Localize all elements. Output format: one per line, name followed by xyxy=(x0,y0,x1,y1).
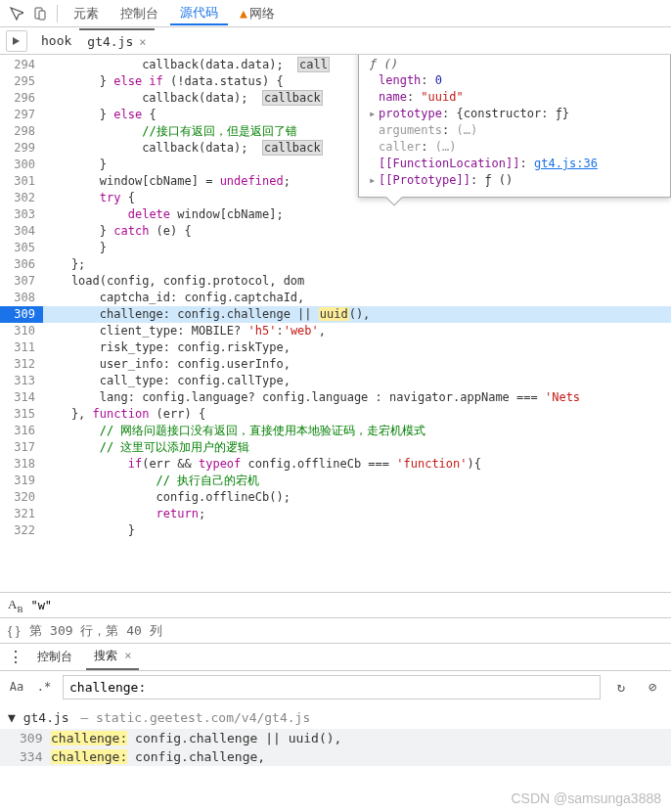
tooltip-row[interactable]: [[FunctionLocation]]: gt4.js:36 xyxy=(369,156,660,172)
line-number[interactable]: 322 xyxy=(0,522,43,539)
line-number[interactable]: 307 xyxy=(0,273,43,290)
clear-icon[interactable]: ⊘ xyxy=(642,679,663,695)
line-number[interactable]: 310 xyxy=(0,323,43,339)
quick-eval-row: AB xyxy=(0,593,671,618)
close-icon[interactable]: × xyxy=(124,649,131,662)
code-line[interactable]: user_info: config.userInfo, xyxy=(43,356,671,373)
tooltip-row[interactable]: ▸prototype: {constructor: ƒ} xyxy=(369,106,660,122)
search-input[interactable] xyxy=(63,675,601,699)
code-line[interactable]: client_type: MOBILE? 'h5':'web', xyxy=(43,323,671,339)
line-number[interactable]: 299 xyxy=(0,140,43,157)
line-number[interactable]: 319 xyxy=(0,473,43,489)
braces-icon[interactable]: { } xyxy=(8,623,20,638)
drawer-tab-console[interactable]: 控制台 xyxy=(29,645,80,669)
tab-sources[interactable]: 源代码 xyxy=(170,2,228,25)
drawer-menu-icon[interactable]: ⋮ xyxy=(8,648,23,666)
tooltip-row[interactable]: length: 0 xyxy=(369,72,660,89)
eval-input[interactable] xyxy=(30,599,663,612)
watermark: CSDN @samsunga3888 xyxy=(511,790,661,806)
line-number[interactable]: 317 xyxy=(0,439,43,456)
line-number[interactable]: 297 xyxy=(0,107,43,123)
code-line[interactable]: } catch (e) { xyxy=(43,223,671,240)
regex-icon[interactable]: .* xyxy=(35,680,53,694)
line-number[interactable]: 306 xyxy=(0,256,43,273)
line-number[interactable]: 316 xyxy=(0,423,43,439)
tooltip-header: ƒ () xyxy=(369,56,660,72)
breadcrumb[interactable]: hook xyxy=(33,29,79,52)
line-number[interactable]: 318 xyxy=(0,456,43,473)
code-line[interactable]: return; xyxy=(43,506,671,522)
resume-icon[interactable] xyxy=(6,30,27,52)
line-number[interactable]: 301 xyxy=(0,173,43,190)
code-line[interactable]: }; xyxy=(43,256,671,273)
line-number[interactable]: 313 xyxy=(0,373,43,389)
line-number[interactable]: 308 xyxy=(0,290,43,306)
device-icon[interactable] xyxy=(29,3,51,24)
value-tooltip[interactable]: ƒ () length: 0name: "uuid"▸prototype: {c… xyxy=(358,55,671,198)
line-number[interactable]: 305 xyxy=(0,240,43,256)
code-line[interactable]: risk_type: config.riskType, xyxy=(43,339,671,356)
line-number[interactable]: 312 xyxy=(0,356,43,373)
code-line[interactable]: } xyxy=(43,240,671,256)
match-case-icon[interactable]: Aa xyxy=(8,680,25,694)
search-result-line[interactable]: 309challenge: config.challenge || uuid()… xyxy=(0,729,671,747)
line-number[interactable]: 300 xyxy=(0,157,43,173)
line-number[interactable]: 311 xyxy=(0,339,43,356)
code-line[interactable]: } xyxy=(43,522,671,539)
code-line[interactable]: }, function (err) { xyxy=(43,406,671,423)
cursor-info-row: { } 第 309 行，第 40 列 xyxy=(0,618,671,644)
search-drawer: ⋮ 控制台 搜索 × Aa .* ↻ ⊘ ▼ gt4.js — static.g… xyxy=(0,644,671,770)
tab-elements[interactable]: 元素 xyxy=(64,3,109,24)
code-line[interactable]: load(config, config.protocol, dom xyxy=(43,273,671,290)
tooltip-row[interactable]: arguments: (…) xyxy=(369,122,660,139)
close-icon[interactable]: × xyxy=(139,35,146,49)
line-number[interactable]: 303 xyxy=(0,206,43,223)
code-line[interactable]: // 网络问题接口没有返回，直接使用本地验证码，走宕机模式 xyxy=(43,423,671,439)
code-line[interactable]: config.offlineCb(); xyxy=(43,489,671,506)
snippets-icon[interactable]: AB xyxy=(8,597,22,614)
tooltip-row[interactable]: ▸[[Prototype]]: ƒ () xyxy=(369,172,660,189)
code-line[interactable]: captcha_id: config.captchaId, xyxy=(43,290,671,306)
line-number[interactable]: 302 xyxy=(0,190,43,206)
tab-network[interactable]: ▲网络 xyxy=(230,3,285,24)
code-line[interactable]: // 执行自己的宕机 xyxy=(43,473,671,489)
line-number[interactable]: 304 xyxy=(0,223,43,240)
code-line[interactable]: lang: config.language? config.language :… xyxy=(43,389,671,406)
line-number[interactable]: 296 xyxy=(0,90,43,107)
code-line[interactable]: // 这里可以添加用户的逻辑 xyxy=(43,439,671,456)
line-number[interactable]: 309 xyxy=(0,306,43,323)
tab-console[interactable]: 控制台 xyxy=(111,3,168,24)
line-number[interactable]: 315 xyxy=(0,406,43,423)
code-line[interactable]: challenge: config.challenge || uuid(), xyxy=(43,306,671,323)
search-results: ▼ gt4.js — static.geetest.com/v4/gt4.js … xyxy=(0,702,671,770)
line-number[interactable]: 320 xyxy=(0,489,43,506)
code-line[interactable]: call_type: config.callType, xyxy=(43,373,671,389)
tooltip-row[interactable]: name: "uuid" xyxy=(369,89,660,106)
line-number[interactable]: 298 xyxy=(0,123,43,140)
refresh-icon[interactable]: ↻ xyxy=(610,679,632,695)
line-number[interactable]: 295 xyxy=(0,73,43,90)
line-number[interactable]: 294 xyxy=(0,57,43,73)
devtools-toolbar: 元素 控制台 源代码 ▲网络 xyxy=(0,0,671,27)
svg-rect-1 xyxy=(39,11,45,20)
search-result-line[interactable]: 334challenge: config.challenge, xyxy=(0,747,671,766)
file-tab-label: gt4.js xyxy=(87,34,133,49)
inspect-icon[interactable] xyxy=(6,3,27,24)
code-line[interactable]: if(err && typeof config.offlineCb === 'f… xyxy=(43,456,671,473)
code-editor[interactable]: 2942952962972982993003013023033043053063… xyxy=(0,55,671,593)
result-file[interactable]: ▼ gt4.js — static.geetest.com/v4/gt4.js xyxy=(0,706,671,729)
line-number[interactable]: 314 xyxy=(0,389,43,406)
code-line[interactable]: delete window[cbName]; xyxy=(43,206,671,223)
line-number[interactable]: 321 xyxy=(0,506,43,522)
sources-tabbar: hook gt4.js × xyxy=(0,27,671,55)
cursor-position: 第 309 行，第 40 列 xyxy=(29,622,161,640)
file-tab-active[interactable]: gt4.js × xyxy=(79,28,154,53)
tooltip-row[interactable]: caller: (…) xyxy=(369,139,660,156)
drawer-tab-search[interactable]: 搜索 × xyxy=(86,644,139,670)
